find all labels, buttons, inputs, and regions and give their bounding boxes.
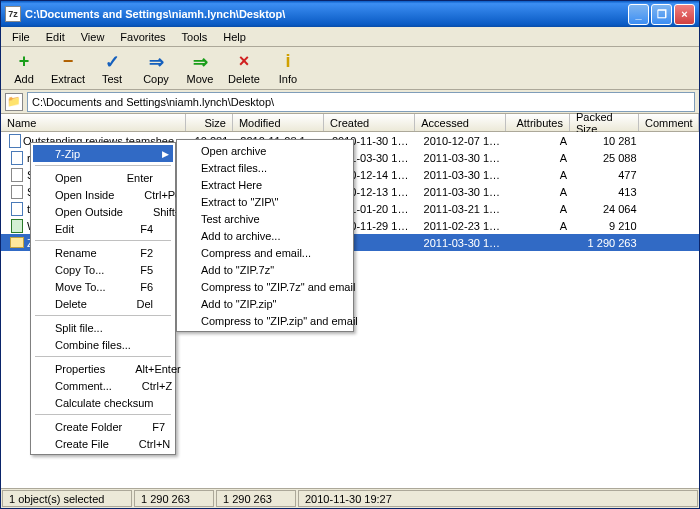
column-headers: Name Size Modified Created Accessed Attr…	[1, 114, 699, 132]
menu-file[interactable]: File	[5, 29, 37, 45]
menu-label: Copy To...	[55, 264, 110, 276]
menu-label: Create File	[55, 438, 109, 450]
menu-edit[interactable]: Edit	[39, 29, 72, 45]
menu-help[interactable]: Help	[216, 29, 253, 45]
minimize-button[interactable]: _	[628, 4, 649, 25]
submenu-item[interactable]: Compress to "ZIP.7z" and email	[179, 278, 351, 295]
menu-label: Rename	[55, 247, 110, 259]
menu-label: Delete	[55, 298, 106, 310]
extract-icon: −	[58, 52, 78, 72]
file-icon	[9, 150, 25, 166]
submenu-arrow-icon: ▶	[162, 149, 169, 159]
context-menu: 7-Zip ▶ OpenEnterOpen InsideCtrl+PgDnOpe…	[30, 142, 176, 455]
menu-item[interactable]: Open InsideCtrl+PgDn	[33, 186, 173, 203]
menu-item[interactable]: Create FolderF7	[33, 418, 173, 435]
file-packed: 1 290 263	[573, 237, 642, 249]
menu-label: Open	[55, 172, 97, 184]
address-input[interactable]	[27, 92, 695, 112]
menu-tools[interactable]: Tools	[175, 29, 215, 45]
header-accessed[interactable]: Accessed	[415, 114, 506, 131]
file-attr: A	[509, 220, 573, 232]
titlebar: 7z C:\Documents and Settings\niamh.lynch…	[1, 1, 699, 27]
menu-separator	[35, 240, 171, 241]
file-attr: A	[509, 186, 573, 198]
menu-shortcut: F7	[152, 421, 165, 433]
submenu-item[interactable]: Extract Here	[179, 176, 351, 193]
menu-item[interactable]: Copy To...F5	[33, 261, 173, 278]
tool-info[interactable]: iInfo	[269, 50, 307, 87]
tool-label: Move	[187, 73, 214, 85]
file-accessed: 2011-03-30 18:59	[418, 169, 510, 181]
submenu-item[interactable]: Extract to "ZIP\"	[179, 193, 351, 210]
menu-label: Extract Here	[201, 179, 331, 191]
file-attr: A	[509, 135, 573, 147]
menu-item-7zip[interactable]: 7-Zip ▶	[33, 145, 173, 162]
header-size[interactable]: Size	[186, 114, 233, 131]
menu-item[interactable]: Open OutsideShift+Enter	[33, 203, 173, 220]
menu-item[interactable]: PropertiesAlt+Enter	[33, 360, 173, 377]
tool-add[interactable]: +Add	[5, 50, 43, 87]
menu-separator	[35, 356, 171, 357]
menu-label: Open archive	[201, 145, 331, 157]
tool-label: Add	[14, 73, 34, 85]
menu-label: Comment...	[55, 380, 112, 392]
menu-label: Add to archive...	[201, 230, 331, 242]
tool-extract[interactable]: −Extract	[49, 50, 87, 87]
submenu-item[interactable]: Add to archive...	[179, 227, 351, 244]
menu-label: Compress and email...	[201, 247, 331, 259]
menu-item[interactable]: OpenEnter	[33, 169, 173, 186]
tool-test[interactable]: ✓Test	[93, 50, 131, 87]
menu-item[interactable]: Split file...	[33, 319, 173, 336]
submenu-7zip: Open archiveExtract files...Extract Here…	[176, 139, 354, 332]
menu-item[interactable]: EditF4	[33, 220, 173, 237]
file-attr: A	[509, 152, 573, 164]
submenu-item[interactable]: Compress and email...	[179, 244, 351, 261]
menu-item[interactable]: DeleteDel	[33, 295, 173, 312]
submenu-item[interactable]: Extract files...	[179, 159, 351, 176]
menu-label: Open Inside	[55, 189, 114, 201]
close-button[interactable]: ×	[674, 4, 695, 25]
tool-move[interactable]: ⇒Move	[181, 50, 219, 87]
file-icon	[9, 235, 25, 251]
menu-label: Extract to "ZIP\"	[201, 196, 331, 208]
header-modified[interactable]: Modified	[233, 114, 324, 131]
file-packed: 9 210	[573, 220, 642, 232]
file-attr: A	[509, 169, 573, 181]
status-size2: 1 290 263	[216, 490, 296, 507]
file-list[interactable]: Outstanding reviews teamshee...10 281201…	[1, 132, 699, 488]
menu-shortcut: Enter	[127, 172, 153, 184]
header-comment[interactable]: Comment	[639, 114, 699, 131]
menu-item[interactable]: Calculate checksum	[33, 394, 173, 411]
tool-copy[interactable]: ⇒Copy	[137, 50, 175, 87]
tool-label: Info	[279, 73, 297, 85]
menu-label: Move To...	[55, 281, 110, 293]
menu-shortcut: Alt+Enter	[135, 363, 181, 375]
header-created[interactable]: Created	[324, 114, 415, 131]
submenu-item[interactable]: Test archive	[179, 210, 351, 227]
maximize-button[interactable]: ❐	[651, 4, 672, 25]
info-icon: i	[278, 52, 298, 72]
header-attributes[interactable]: Attributes	[506, 114, 570, 131]
menu-item[interactable]: RenameF2	[33, 244, 173, 261]
tool-delete[interactable]: ×Delete	[225, 50, 263, 87]
menu-item[interactable]: Move To...F6	[33, 278, 173, 295]
header-packed[interactable]: Packed Size	[570, 114, 639, 131]
move-icon: ⇒	[190, 52, 210, 72]
file-packed: 24 064	[573, 203, 642, 215]
menu-label: Open Outside	[55, 206, 123, 218]
up-button[interactable]: 📁	[5, 93, 23, 111]
menu-separator	[35, 165, 171, 166]
menu-label: Edit	[55, 223, 110, 235]
menu-favorites[interactable]: Favorites	[113, 29, 172, 45]
header-name[interactable]: Name	[1, 114, 186, 131]
menu-view[interactable]: View	[74, 29, 112, 45]
submenu-item[interactable]: Add to "ZIP.7z"	[179, 261, 351, 278]
submenu-item[interactable]: Add to "ZIP.zip"	[179, 295, 351, 312]
submenu-item[interactable]: Compress to "ZIP.zip" and email	[179, 312, 351, 329]
menu-item[interactable]: Comment...Ctrl+Z	[33, 377, 173, 394]
file-icon	[9, 167, 25, 183]
menu-separator	[35, 414, 171, 415]
submenu-item[interactable]: Open archive	[179, 142, 351, 159]
menu-item[interactable]: Create FileCtrl+N	[33, 435, 173, 452]
menu-item[interactable]: Combine files...	[33, 336, 173, 353]
